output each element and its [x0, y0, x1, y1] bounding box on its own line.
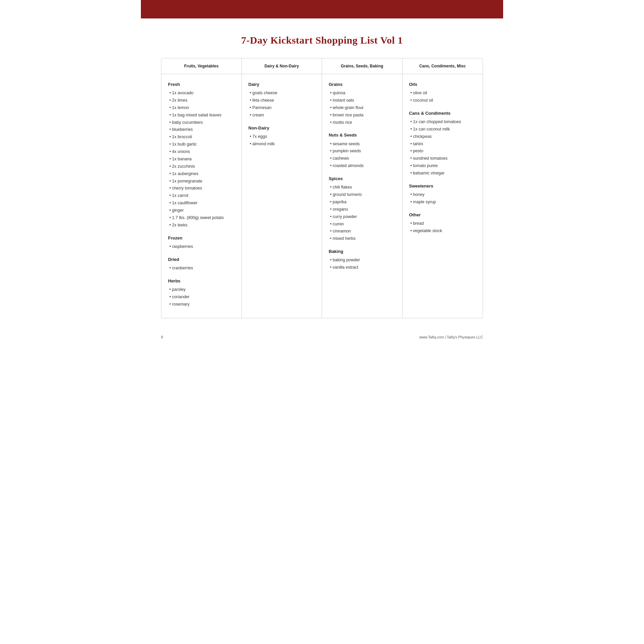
list-item: cumin [329, 221, 395, 228]
list-item: balsamic vinegar [409, 170, 476, 177]
section-title-3-2: Sweeteners [409, 182, 476, 190]
list-item: blueberries [168, 126, 235, 133]
list-item: cashews [329, 155, 395, 162]
list-item: sundried tomatoes [409, 155, 476, 162]
col-header-2: Grains, Seeds, Baking [322, 58, 402, 74]
list-item: tomato puree [409, 162, 476, 170]
list-item: olive oil [409, 90, 476, 97]
col-cell-3: Oilsolive oilcoconut oilCans & Condiment… [402, 74, 483, 318]
list-item: honey [409, 191, 476, 199]
list-item: goats cheese [249, 90, 315, 97]
col-header-0: Fruits, Vegetables [161, 58, 242, 74]
col-cell-2: Grainsquinoainstant oatswhole-grain flou… [322, 74, 402, 318]
list-item: roasted almonds [329, 162, 395, 170]
list-item: 1x lemon [168, 104, 235, 112]
list-item: paprika [329, 199, 395, 206]
list-item: 1x broccoli [168, 133, 235, 141]
section-title-2-0: Grains [329, 81, 395, 88]
list-item: tahini [409, 141, 476, 148]
list-item: Parmesan [249, 104, 315, 112]
list-item: cream [249, 112, 315, 119]
list-item: 2x zucchinis [168, 163, 235, 170]
list-item: chili flakes [329, 184, 395, 191]
list-item: vanilla extract [329, 264, 395, 271]
list-item: pesto [409, 148, 476, 155]
list-item: 1.7 lbs. (800g) sweet potato [168, 214, 235, 222]
section-title-1-1: Non-Dairy [249, 124, 315, 132]
list-item: cherry tomatoes [168, 185, 235, 192]
list-item: coconut oil [409, 97, 476, 104]
list-item: baby cucumbers [168, 119, 235, 126]
list-item: vegetable stock [409, 227, 476, 235]
section-title-0-0: Fresh [168, 81, 235, 88]
list-item: maple syrup [409, 199, 476, 206]
list-item: ground turmeric [329, 191, 395, 199]
list-item: 2x leeks [168, 222, 235, 229]
list-item: 7x eggs [249, 133, 315, 141]
list-item: rosemary [168, 301, 235, 308]
list-item: raspberries [168, 243, 235, 251]
header-bar [141, 0, 503, 18]
section-title-3-3: Other [409, 211, 476, 219]
list-item: quinoa [329, 90, 395, 97]
table-container: Fruits, VegetablesDairy & Non-DairyGrain… [161, 58, 483, 318]
list-item: oregano [329, 206, 395, 213]
list-item: brown rice pasta [329, 112, 395, 119]
list-item: feta cheese [249, 97, 315, 104]
list-item: risotto rice [329, 119, 395, 126]
list-item: 1x banana [168, 156, 235, 163]
col-cell-0: Fresh1x avocado2x limes1x lemon1x bag mi… [161, 74, 242, 318]
footer-brand: www.Tafiq.com | Tafiq's Physiques LLC [419, 335, 483, 339]
list-item: curry powder [329, 213, 395, 221]
list-item: mixed herbs [329, 235, 395, 243]
list-item: bread [409, 220, 476, 227]
list-item: 2x limes [168, 97, 235, 104]
section-title-1-0: Dairy [249, 81, 315, 88]
col-header-1: Dairy & Non-Dairy [242, 58, 322, 74]
list-item: chickpeas [409, 133, 476, 141]
footer: 8 www.Tafiq.com | Tafiq's Physiques LLC [141, 332, 503, 346]
section-title-3-1: Cans & Condiments [409, 110, 476, 117]
list-item: cranberries [168, 265, 235, 272]
footer-page: 8 [161, 335, 163, 339]
list-item: coriander [168, 293, 235, 301]
section-title-2-2: Spices [329, 175, 395, 182]
col-cell-1: Dairygoats cheesefeta cheeseParmesancrea… [242, 74, 322, 318]
section-title-3-0: Oils [409, 81, 476, 88]
table-body: Fresh1x avocado2x limes1x lemon1x bag mi… [161, 74, 483, 318]
section-title-2-1: Nuts & Seeds [329, 131, 395, 139]
list-item: 1x aubergines [168, 170, 235, 178]
list-item: 1x can coconut milk [409, 126, 476, 133]
list-item: 1x bag mixed salad leaves [168, 112, 235, 119]
list-item: parsley [168, 286, 235, 293]
list-item: 1x pomegranate [168, 178, 235, 185]
list-item: 1x carrot [168, 192, 235, 200]
page-title: 7-Day Kickstart Shopping List Vol 1 [141, 35, 503, 46]
list-item: cinnamon [329, 228, 395, 235]
list-item: pumpkin seeds [329, 148, 395, 155]
list-item: instant oats [329, 97, 395, 104]
section-title-0-1: Frozen [168, 234, 235, 242]
list-item: 1x cauliflower [168, 200, 235, 207]
list-item: 1x bulb garlic [168, 141, 235, 148]
section-title-0-2: Dried [168, 256, 235, 263]
section-title-0-3: Herbs [168, 277, 235, 285]
list-item: whole-grain flour [329, 104, 395, 112]
list-item: 4x onions [168, 148, 235, 156]
list-item: baking powder [329, 257, 395, 264]
col-header-3: Cans, Condiments, Misc [402, 58, 483, 74]
list-item: 1x can chopped tomatoes [409, 118, 476, 126]
list-item: ginger [168, 207, 235, 214]
list-item: sesame seeds [329, 141, 395, 148]
list-item: almond milk [249, 141, 315, 148]
table-header: Fruits, VegetablesDairy & Non-DairyGrain… [161, 58, 483, 74]
list-item: 1x avocado [168, 90, 235, 97]
section-title-2-3: Baking [329, 248, 395, 255]
